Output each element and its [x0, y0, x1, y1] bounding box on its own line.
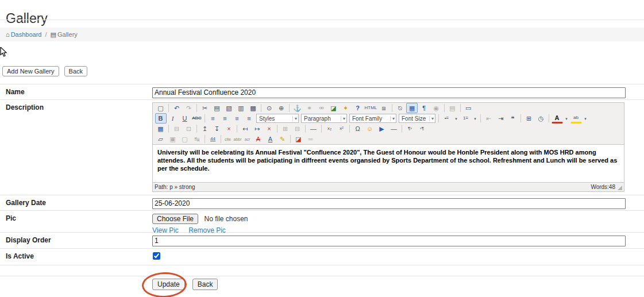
text-color-icon[interactable]: A [552, 114, 563, 124]
superscript-icon[interactable]: x² [336, 124, 348, 134]
advanced-hr-icon[interactable]: ― [388, 124, 400, 134]
insert-row-before-icon[interactable]: ↥ [199, 124, 211, 134]
is-active-checkbox[interactable] [153, 252, 160, 260]
font-family-select-arrow-icon[interactable]: ▾ [390, 116, 395, 121]
remove-format-icon[interactable]: ⍉ [394, 103, 406, 113]
delete-col-icon[interactable]: × [264, 124, 275, 134]
align-right-icon[interactable]: ≡ [232, 113, 243, 124]
bold-icon[interactable]: B [155, 113, 167, 124]
align-left-icon[interactable]: ≡ [207, 113, 219, 124]
abbreviation-icon[interactable]: abbr [233, 134, 242, 144]
styles-select[interactable]: Styles▾ [256, 114, 299, 123]
back-button-top[interactable]: Back [64, 66, 87, 76]
copy-icon[interactable]: ▤ [211, 103, 223, 113]
insert-col-after-icon[interactable]: ↦ [252, 124, 263, 134]
paste-text-icon[interactable]: ▥ [236, 103, 247, 113]
deletion-icon[interactable]: A [253, 134, 264, 144]
update-button[interactable]: Update [152, 279, 185, 290]
insert-table-icon[interactable]: ▦ [155, 124, 167, 134]
outdent-icon[interactable]: ⇤ [483, 113, 495, 124]
styles-select-arrow-icon[interactable]: ▾ [292, 116, 297, 121]
undo-icon[interactable]: ↶ [171, 103, 183, 113]
new-document-icon[interactable]: ▢ [155, 103, 167, 113]
unlink-icon[interactable]: ⚮ [316, 103, 327, 113]
align-justify-icon[interactable]: ≡ [244, 113, 255, 124]
text-color-arrow-icon[interactable]: ▾ [564, 113, 570, 124]
html-source-icon[interactable]: HTML [364, 103, 378, 113]
name-input[interactable] [152, 87, 626, 98]
ltr-icon[interactable]: ¶› [404, 124, 416, 134]
table-cell-props-icon[interactable]: ⊡ [183, 124, 195, 134]
anchor-icon[interactable]: ⚓ [292, 103, 303, 113]
add-new-gallery-button[interactable]: Add New Gallery [2, 66, 59, 76]
split-cells-icon[interactable]: ⊞ [280, 124, 291, 134]
back-button-bottom[interactable]: Back [192, 279, 218, 290]
cut-icon[interactable]: ✂ [199, 103, 211, 113]
move-backward-icon[interactable]: ▢ [179, 134, 191, 144]
merge-cells-icon[interactable]: ⊟ [292, 124, 303, 134]
bullet-list-icon[interactable]: •≡ [441, 113, 453, 124]
indent-icon[interactable]: ⇥ [495, 113, 507, 124]
delete-row-icon[interactable]: × [223, 124, 235, 134]
redo-icon[interactable]: ↷ [183, 103, 195, 113]
font-size-select[interactable]: Font Size▾ [399, 114, 435, 123]
choose-file-button[interactable]: Choose File [152, 214, 198, 224]
special-char-icon[interactable]: Ω [352, 124, 364, 134]
rtl-icon[interactable]: ‹¶ [417, 124, 428, 134]
insert-layer-icon[interactable]: ▱ [155, 134, 167, 144]
media-icon[interactable]: ▶ [376, 124, 388, 134]
visual-chars-icon[interactable]: ¶ [418, 103, 430, 113]
insert-col-before-icon[interactable]: ↤ [240, 124, 251, 134]
preview-icon[interactable]: ⧈ [378, 103, 390, 113]
editor-content-area[interactable]: University will be celebrating its Annua… [153, 144, 624, 182]
attributes-icon[interactable]: ✎ [277, 134, 288, 144]
subscript-icon[interactable]: x₂ [324, 124, 336, 134]
table-row-props-icon[interactable]: ⊟ [171, 124, 183, 134]
absolute-position-icon[interactable]: ↹ [191, 134, 203, 144]
page-break-icon[interactable]: ═ [305, 134, 317, 144]
insertion-icon[interactable]: A [265, 134, 276, 144]
paste-icon[interactable]: ▧ [223, 103, 235, 113]
insert-row-after-icon[interactable]: ↧ [211, 124, 223, 134]
paste-word-icon[interactable]: ▩ [248, 103, 259, 113]
print-icon[interactable]: ▤ [446, 103, 458, 113]
link-icon[interactable]: ⚭ [304, 103, 315, 113]
numbered-list-arrow-icon[interactable]: ▾ [472, 113, 479, 124]
insert-date-icon[interactable]: ⊞ [523, 113, 535, 124]
move-forward-icon[interactable]: ▣ [167, 134, 179, 144]
visual-aid-icon[interactable]: ▦ [406, 103, 418, 113]
paragraph-select[interactable]: Paragraph▾ [301, 114, 347, 123]
underline-icon[interactable]: U [179, 113, 191, 124]
strikethrough-icon[interactable]: ABC [191, 113, 203, 124]
highlight-color-arrow-icon[interactable]: ▾ [583, 113, 589, 124]
zoom-preview-icon[interactable]: ◉ [430, 103, 442, 113]
paragraph-select-arrow-icon[interactable]: ▾ [341, 116, 345, 121]
blockquote-icon[interactable]: ❝ [507, 113, 519, 124]
align-center-icon[interactable]: ≡ [219, 113, 231, 124]
horizontal-rule-icon[interactable]: — [308, 124, 319, 134]
breadcrumb-dashboard-link[interactable]: ⌂ Dashboard [6, 31, 41, 38]
cleanup-icon[interactable]: ✦ [340, 103, 352, 113]
emoticons-icon[interactable]: ☺ [364, 124, 376, 134]
find-icon[interactable]: ⊙ [264, 103, 275, 113]
find-replace-icon[interactable]: ⊕ [276, 103, 287, 113]
citation-icon[interactable]: cite [223, 134, 233, 144]
image-map-icon[interactable]: ◪ [293, 134, 304, 144]
bullet-list-arrow-icon[interactable]: ▾ [453, 113, 460, 124]
italic-icon[interactable]: I [167, 113, 179, 124]
display-order-input[interactable] [152, 236, 626, 246]
help-icon[interactable]: ? [352, 103, 364, 113]
form-row-pic: Pic Choose File No file chosen View Pic … [0, 210, 644, 232]
insert-image-icon[interactable]: ◪ [328, 103, 340, 113]
numbered-list-icon[interactable]: 1≡ [460, 113, 472, 124]
style-props-icon[interactable]: 44 [207, 134, 219, 144]
editor-resize-handle[interactable] [618, 186, 622, 190]
font-family-select[interactable]: Font Family▾ [349, 114, 396, 123]
fullscreen-icon[interactable]: ▭ [462, 103, 474, 113]
acronym-icon[interactable]: acr [243, 134, 252, 144]
highlight-color-icon[interactable]: ab [570, 114, 582, 124]
insert-time-icon[interactable]: ◷ [535, 113, 547, 124]
toolbar-separator [196, 104, 197, 112]
font-size-select-arrow-icon[interactable]: ▾ [429, 116, 434, 121]
gallery-date-input[interactable] [152, 198, 626, 209]
